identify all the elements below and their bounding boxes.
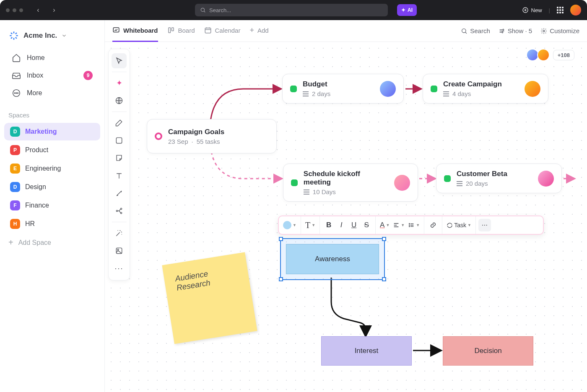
nav-forward-button[interactable]: › [49, 6, 59, 14]
titlebar: ‹ › Search... ✦ AI New | [0, 0, 587, 20]
shape-text: Decision [474, 347, 501, 355]
tool-sticky[interactable] [112, 151, 127, 166]
toolbar-more-button[interactable]: ··· [478, 219, 491, 231]
tab-calendar[interactable]: Calendar [204, 20, 241, 42]
search-button[interactable]: Search [461, 27, 490, 34]
status-dot [431, 86, 437, 92]
svg-point-13 [543, 30, 545, 32]
tool-image[interactable] [112, 243, 127, 258]
tool-more[interactable]: ··· [112, 261, 127, 276]
nav-back-button[interactable]: ‹ [33, 6, 43, 14]
space-badge: H [10, 219, 20, 229]
space-engineering[interactable]: E Engineering [4, 160, 100, 177]
shape-decision[interactable]: Decision [443, 336, 533, 366]
space-product[interactable]: P Product [4, 141, 100, 159]
shape-interest[interactable]: Interest [321, 336, 412, 366]
user-avatar[interactable] [570, 5, 581, 16]
workspace-logo-icon [8, 30, 19, 41]
svg-point-4 [16, 93, 17, 93]
align-button[interactable]: ▼ [391, 219, 406, 231]
text-color-button[interactable]: A▼ [378, 219, 391, 231]
resize-handle[interactable] [279, 277, 283, 281]
space-hr[interactable]: H HR [4, 215, 100, 233]
tool-pen[interactable] [112, 115, 127, 130]
sidebar-item-home[interactable]: Home [3, 49, 101, 66]
assignee-avatar[interactable] [538, 171, 554, 187]
svg-point-5 [18, 93, 18, 93]
assignee-avatar[interactable] [525, 81, 540, 97]
card-date: 23 Sep [168, 138, 188, 145]
whiteboard-icon [112, 26, 120, 34]
tabs-right: Search Show · 5 Customize [461, 27, 579, 34]
card-schedule-kickoff[interactable]: Schedule kickoff meeting 10 Days [283, 164, 418, 202]
sticky-note[interactable]: Audience Research [162, 252, 257, 344]
global-search-input[interactable]: Search... [195, 4, 388, 16]
tool-connector[interactable] [112, 186, 127, 201]
workspace-switcher[interactable]: Acme Inc. [0, 20, 104, 49]
shape-text: Interest [355, 347, 379, 355]
assignee-avatar[interactable] [380, 81, 396, 97]
resize-handle[interactable] [382, 237, 386, 241]
sidebar-item-inbox[interactable]: Inbox 9 [3, 67, 101, 84]
underline-button[interactable]: U [348, 219, 360, 231]
link-button[interactable] [427, 219, 439, 231]
list-button[interactable]: ▼ [406, 219, 421, 231]
sidebar-item-more[interactable]: More [3, 85, 101, 101]
card-meta: 10 Days [304, 188, 389, 195]
status-dot [444, 175, 451, 182]
presence-more[interactable]: +108 [553, 50, 574, 60]
workspace-name: Acme Inc. [23, 31, 57, 40]
mindmap-icon [115, 207, 123, 215]
task-label: Task [454, 222, 466, 228]
card-campaign-goals[interactable]: Campaign Goals 23 Sep · 55 tasks [147, 119, 277, 153]
convert-task-button[interactable]: Task▼ [445, 219, 473, 231]
font-button[interactable]: T▼ [304, 219, 317, 231]
show-button[interactable]: Show · 5 [499, 27, 532, 34]
status-dot [291, 179, 298, 186]
tool-ai[interactable]: ✦ [112, 75, 127, 91]
bold-button[interactable]: B [322, 219, 335, 231]
fill-color-button[interactable]: ▼ [281, 219, 298, 231]
resize-handle[interactable] [382, 277, 386, 281]
inbox-icon [12, 71, 21, 80]
card-meta: 2 days [303, 90, 330, 97]
new-button[interactable]: New [522, 7, 542, 13]
card-meta: 20 days [457, 180, 507, 187]
space-design[interactable]: D Design [4, 178, 100, 196]
space-label: Product [25, 146, 48, 154]
card-budget[interactable]: Budget 2 days [282, 74, 404, 104]
tool-mindmap[interactable] [112, 203, 127, 218]
space-finance[interactable]: F Finance [4, 197, 100, 214]
tool-shape[interactable] [112, 133, 127, 148]
window-controls[interactable] [6, 8, 23, 12]
italic-button[interactable]: I [335, 219, 348, 231]
strike-button[interactable]: S [360, 219, 373, 231]
card-title: Budget [303, 80, 330, 88]
resize-handle[interactable] [279, 237, 283, 241]
add-space-button[interactable]: + Add Space [0, 234, 104, 252]
presence-stack[interactable]: +108 [531, 49, 574, 61]
presence-avatar[interactable] [537, 49, 550, 61]
tool-pointer[interactable] [112, 53, 127, 68]
svg-point-21 [409, 223, 410, 224]
tab-whiteboard[interactable]: Whiteboard [112, 20, 158, 42]
tool-text[interactable] [112, 168, 127, 183]
tab-add[interactable]: + Add [249, 20, 268, 42]
tool-magic[interactable] [112, 226, 127, 241]
ellipsis-icon: ··· [482, 221, 488, 229]
space-marketing[interactable]: D Marketing [4, 123, 100, 140]
whiteboard-canvas[interactable]: +108 ✦ ··· [105, 42, 587, 392]
shape-awareness[interactable]: Awareness [286, 244, 379, 274]
card-create-campaign[interactable]: Create Campaign 4 days [423, 74, 548, 104]
tool-web[interactable] [112, 93, 127, 108]
assignee-avatar[interactable] [394, 175, 410, 191]
tab-board[interactable]: Board [167, 20, 195, 42]
customize-button[interactable]: Customize [540, 27, 579, 34]
apps-grid-icon[interactable] [557, 7, 564, 13]
status-dot [290, 86, 297, 92]
card-customer-beta[interactable]: Customer Beta 20 days [436, 164, 562, 193]
link-icon [430, 222, 436, 228]
space-badge: P [10, 145, 20, 155]
ai-button[interactable]: ✦ AI [397, 4, 417, 16]
connector-icon [115, 189, 123, 197]
